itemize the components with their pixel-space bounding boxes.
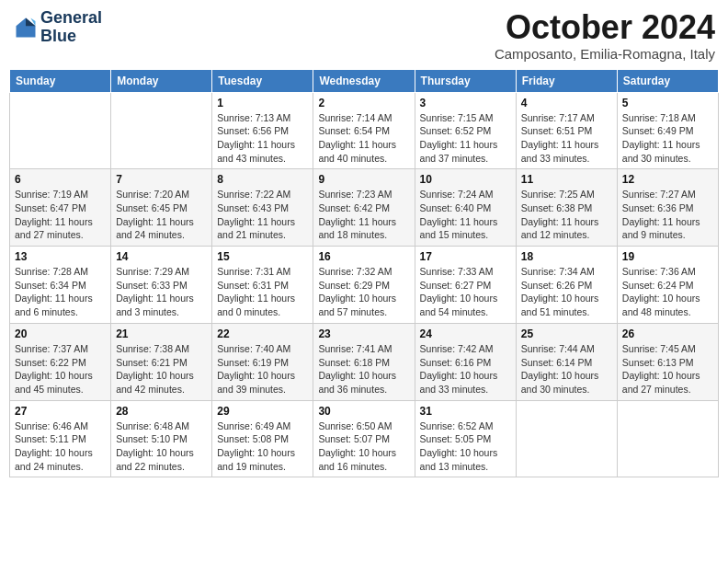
day-info: Sunrise: 7:42 AMSunset: 6:16 PMDaylight:… xyxy=(420,342,511,396)
calendar-cell: 18Sunrise: 7:34 AMSunset: 6:26 PMDayligh… xyxy=(516,247,617,324)
day-number: 26 xyxy=(622,327,713,340)
day-number: 18 xyxy=(521,250,612,263)
day-info: Sunrise: 7:27 AMSunset: 6:36 PMDaylight:… xyxy=(622,188,713,242)
day-number: 31 xyxy=(420,405,511,418)
day-number: 14 xyxy=(116,250,207,263)
calendar-cell: 1Sunrise: 7:13 AMSunset: 6:56 PMDaylight… xyxy=(212,92,313,169)
calendar-week-row: 27Sunrise: 6:46 AMSunset: 5:11 PMDayligh… xyxy=(10,400,719,477)
calendar-cell: 14Sunrise: 7:29 AMSunset: 6:33 PMDayligh… xyxy=(111,247,212,324)
calendar-cell: 16Sunrise: 7:32 AMSunset: 6:29 PMDayligh… xyxy=(313,247,415,324)
logo-line1: General xyxy=(40,9,102,28)
day-number: 30 xyxy=(318,405,409,418)
day-info: Sunrise: 6:49 AMSunset: 5:08 PMDaylight:… xyxy=(217,419,308,474)
day-number: 3 xyxy=(420,97,511,109)
day-number: 5 xyxy=(622,97,713,109)
calendar-cell: 12Sunrise: 7:27 AMSunset: 6:36 PMDayligh… xyxy=(617,169,718,247)
day-number: 16 xyxy=(318,250,409,263)
day-info: Sunrise: 7:41 AMSunset: 6:18 PMDaylight:… xyxy=(318,342,409,396)
calendar-cell: 24Sunrise: 7:42 AMSunset: 6:16 PMDayligh… xyxy=(415,323,516,400)
day-number: 25 xyxy=(521,327,612,340)
page-header: General Blue October 2024 Camposanto, Em… xyxy=(9,9,719,62)
calendar-cell: 27Sunrise: 6:46 AMSunset: 5:11 PMDayligh… xyxy=(10,400,111,477)
day-info: Sunrise: 7:14 AMSunset: 6:54 PMDaylight:… xyxy=(318,111,409,166)
calendar-cell: 7Sunrise: 7:20 AMSunset: 6:45 PMDaylight… xyxy=(111,169,212,247)
calendar-cell: 17Sunrise: 7:33 AMSunset: 6:27 PMDayligh… xyxy=(415,247,516,324)
calendar-cell: 30Sunrise: 6:50 AMSunset: 5:07 PMDayligh… xyxy=(313,400,415,477)
logo: General Blue xyxy=(13,9,102,46)
day-info: Sunrise: 7:29 AMSunset: 6:33 PMDaylight:… xyxy=(116,265,207,319)
calendar-cell: 11Sunrise: 7:25 AMSunset: 6:38 PMDayligh… xyxy=(516,169,617,247)
day-info: Sunrise: 7:13 AMSunset: 6:56 PMDaylight:… xyxy=(217,111,308,166)
calendar-cell xyxy=(617,400,718,477)
title-block: October 2024 Camposanto, Emilia-Romagna,… xyxy=(495,9,715,62)
weekday-header: Wednesday xyxy=(313,69,415,92)
calendar-cell xyxy=(516,400,617,477)
calendar-cell: 5Sunrise: 7:18 AMSunset: 6:49 PMDaylight… xyxy=(617,92,718,169)
day-number: 10 xyxy=(420,173,511,186)
day-info: Sunrise: 7:22 AMSunset: 6:43 PMDaylight:… xyxy=(217,188,308,242)
calendar-cell: 8Sunrise: 7:22 AMSunset: 6:43 PMDaylight… xyxy=(212,169,313,247)
weekday-header: Saturday xyxy=(617,69,718,92)
day-number: 29 xyxy=(217,405,308,418)
day-number: 2 xyxy=(318,97,409,109)
location: Camposanto, Emilia-Romagna, Italy xyxy=(495,46,715,62)
day-number: 8 xyxy=(217,173,308,186)
day-info: Sunrise: 7:24 AMSunset: 6:40 PMDaylight:… xyxy=(420,188,511,242)
calendar-cell xyxy=(111,92,212,169)
calendar-week-row: 6Sunrise: 7:19 AMSunset: 6:47 PMDaylight… xyxy=(10,169,719,247)
day-info: Sunrise: 7:36 AMSunset: 6:24 PMDaylight:… xyxy=(622,265,713,319)
calendar-cell xyxy=(10,92,111,169)
calendar-cell: 4Sunrise: 7:17 AMSunset: 6:51 PMDaylight… xyxy=(516,92,617,169)
day-info: Sunrise: 7:20 AMSunset: 6:45 PMDaylight:… xyxy=(116,188,207,242)
calendar-cell: 10Sunrise: 7:24 AMSunset: 6:40 PMDayligh… xyxy=(415,169,516,247)
calendar-week-row: 1Sunrise: 7:13 AMSunset: 6:56 PMDaylight… xyxy=(10,92,719,169)
day-number: 19 xyxy=(622,250,713,263)
day-info: Sunrise: 7:33 AMSunset: 6:27 PMDaylight:… xyxy=(420,265,511,319)
day-number: 11 xyxy=(521,173,612,186)
day-number: 17 xyxy=(420,250,511,263)
day-info: Sunrise: 6:50 AMSunset: 5:07 PMDaylight:… xyxy=(318,419,409,474)
day-number: 7 xyxy=(116,173,207,186)
day-number: 12 xyxy=(622,173,713,186)
day-number: 9 xyxy=(318,173,409,186)
day-number: 22 xyxy=(217,327,308,340)
day-number: 28 xyxy=(116,405,207,418)
calendar-cell: 29Sunrise: 6:49 AMSunset: 5:08 PMDayligh… xyxy=(212,400,313,477)
calendar-cell: 9Sunrise: 7:23 AMSunset: 6:42 PMDaylight… xyxy=(313,169,415,247)
day-info: Sunrise: 6:48 AMSunset: 5:10 PMDaylight:… xyxy=(116,419,207,474)
day-number: 21 xyxy=(116,327,207,340)
day-info: Sunrise: 7:37 AMSunset: 6:22 PMDaylight:… xyxy=(15,342,106,396)
day-number: 13 xyxy=(15,250,106,263)
day-info: Sunrise: 7:28 AMSunset: 6:34 PMDaylight:… xyxy=(15,265,106,319)
calendar-cell: 28Sunrise: 6:48 AMSunset: 5:10 PMDayligh… xyxy=(111,400,212,477)
calendar-cell: 26Sunrise: 7:45 AMSunset: 6:13 PMDayligh… xyxy=(617,323,718,400)
weekday-header: Friday xyxy=(516,69,617,92)
calendar-cell: 6Sunrise: 7:19 AMSunset: 6:47 PMDaylight… xyxy=(10,169,111,247)
day-info: Sunrise: 7:44 AMSunset: 6:14 PMDaylight:… xyxy=(521,342,612,396)
day-number: 15 xyxy=(217,250,308,263)
calendar-cell: 13Sunrise: 7:28 AMSunset: 6:34 PMDayligh… xyxy=(10,247,111,324)
calendar-cell: 22Sunrise: 7:40 AMSunset: 6:19 PMDayligh… xyxy=(212,323,313,400)
day-number: 24 xyxy=(420,327,511,340)
day-info: Sunrise: 7:32 AMSunset: 6:29 PMDaylight:… xyxy=(318,265,409,319)
day-number: 4 xyxy=(521,97,612,109)
logo-icon xyxy=(13,15,39,40)
day-number: 1 xyxy=(217,97,308,109)
day-info: Sunrise: 7:38 AMSunset: 6:21 PMDaylight:… xyxy=(116,342,207,396)
day-info: Sunrise: 7:34 AMSunset: 6:26 PMDaylight:… xyxy=(521,265,612,319)
day-info: Sunrise: 6:46 AMSunset: 5:11 PMDaylight:… xyxy=(15,419,106,474)
weekday-header: Tuesday xyxy=(212,69,313,92)
month-title: October 2024 xyxy=(495,9,715,46)
day-number: 27 xyxy=(15,405,106,418)
calendar-cell: 19Sunrise: 7:36 AMSunset: 6:24 PMDayligh… xyxy=(617,247,718,324)
day-info: Sunrise: 7:25 AMSunset: 6:38 PMDaylight:… xyxy=(521,188,612,242)
day-info: Sunrise: 7:23 AMSunset: 6:42 PMDaylight:… xyxy=(318,188,409,242)
day-number: 6 xyxy=(15,173,106,186)
weekday-header: Thursday xyxy=(415,69,516,92)
day-info: Sunrise: 6:52 AMSunset: 5:05 PMDaylight:… xyxy=(420,419,511,474)
calendar-week-row: 20Sunrise: 7:37 AMSunset: 6:22 PMDayligh… xyxy=(10,323,719,400)
day-info: Sunrise: 7:45 AMSunset: 6:13 PMDaylight:… xyxy=(622,342,713,396)
calendar-cell: 3Sunrise: 7:15 AMSunset: 6:52 PMDaylight… xyxy=(415,92,516,169)
calendar-cell: 20Sunrise: 7:37 AMSunset: 6:22 PMDayligh… xyxy=(10,323,111,400)
calendar-week-row: 13Sunrise: 7:28 AMSunset: 6:34 PMDayligh… xyxy=(10,247,719,324)
